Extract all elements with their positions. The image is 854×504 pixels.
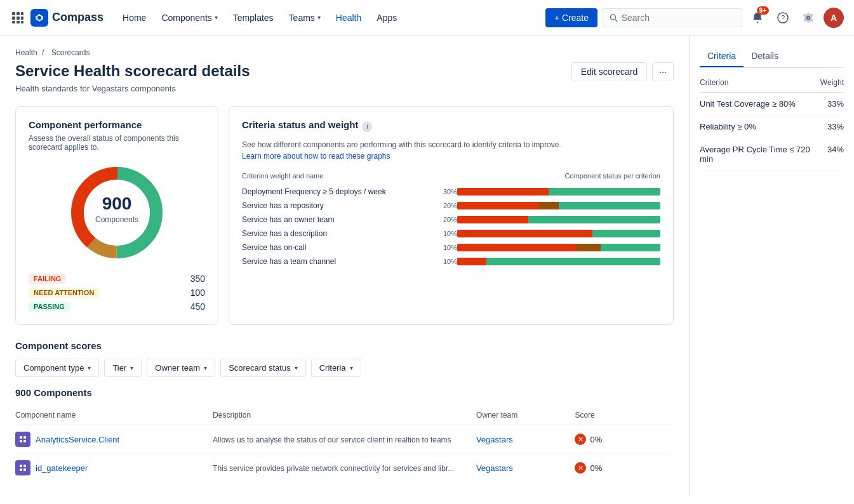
filter-component-type[interactable]: Component type ▾: [15, 359, 99, 377]
list-item: Average PR Cycle Time ≤ 720 min 34%: [700, 138, 844, 171]
criteria-status-header: Criteria status and weight i: [242, 119, 660, 134]
criteria-learn-more-link[interactable]: Learn more about how to read these graph…: [242, 152, 390, 161]
criterion-weight: 34%: [827, 145, 844, 164]
bar-pct: 20%: [443, 213, 457, 227]
filter-owner-team[interactable]: Owner team ▾: [147, 359, 215, 377]
page-subtitle: Health standards for Vegastars component…: [15, 84, 674, 93]
list-item: Unit Test Coverage ≥ 80% 33%: [700, 93, 844, 116]
bar-seg-pass: [486, 258, 660, 265]
svg-rect-24: [20, 468, 22, 471]
svg-text:?: ?: [781, 14, 785, 22]
weight-col-label: Weight: [820, 78, 844, 87]
comp-name-link[interactable]: id_gatekeeper: [36, 463, 88, 473]
nav-teams[interactable]: Teams ▾: [283, 9, 327, 27]
search-icon: [610, 13, 618, 22]
bar-viz: [457, 213, 660, 227]
bar-pct: 20%: [443, 199, 457, 213]
breadcrumb: Health / Scorecards: [15, 48, 674, 57]
filter-criteria[interactable]: Criteria ▾: [311, 359, 361, 377]
bar-col-criterion: Criterion weight and name: [242, 172, 443, 185]
avatar[interactable]: A: [824, 8, 844, 28]
table-row: AnalyticsService.Client Allows us to ana…: [15, 425, 674, 454]
comp-team-link[interactable]: Vegastars: [476, 435, 513, 444]
criterion-name: Average PR Cycle Time ≤ 720 min: [700, 145, 827, 164]
tab-criteria[interactable]: Criteria: [700, 46, 744, 67]
create-button[interactable]: + Create: [545, 8, 597, 27]
stacked-bar: [457, 188, 660, 196]
donut-chart: 900 Components: [29, 162, 205, 263]
svg-rect-3: [12, 17, 15, 20]
bar-viz: [457, 255, 660, 269]
score-value: 0%: [590, 435, 602, 444]
page-title: Service Health scorecard details: [15, 62, 571, 80]
svg-rect-21: [23, 440, 26, 442]
breadcrumb-parent[interactable]: Health: [15, 48, 37, 57]
main-content: Health / Scorecards Service Health score…: [0, 36, 854, 495]
comp-team-link[interactable]: Vegastars: [476, 463, 513, 473]
stacked-bar: [457, 244, 660, 251]
nav-templates[interactable]: Templates: [227, 9, 280, 27]
nav-health[interactable]: Health: [330, 9, 368, 27]
passing-legend: PASSING 450: [29, 302, 205, 312]
help-button[interactable]: ?: [773, 8, 793, 28]
bar-viz: [457, 199, 660, 213]
notifications-button[interactable]: 9+: [747, 8, 768, 28]
passing-badge: PASSING: [29, 302, 70, 312]
criteria-table-header: Criterion Weight: [700, 78, 844, 93]
nav-apps[interactable]: Apps: [370, 9, 403, 27]
svg-rect-23: [23, 465, 26, 467]
score-cell: ✕ 0%: [575, 434, 674, 445]
settings-button[interactable]: [798, 8, 818, 28]
filter-tier[interactable]: Tier ▾: [104, 359, 142, 377]
tab-details[interactable]: Details: [744, 46, 786, 67]
bar-seg-pass: [592, 230, 660, 237]
svg-rect-25: [23, 468, 26, 471]
notification-badge: 9+: [757, 6, 769, 15]
nav-right-actions: 9+ ? A: [603, 8, 844, 28]
criteria-status-title: Criteria status and weight: [242, 119, 358, 130]
components-chevron: ▾: [215, 14, 218, 21]
col-desc: Description: [213, 406, 476, 425]
svg-rect-20: [20, 440, 22, 442]
performance-legend: FAILING 350 NEED ATTENTION 100 PASSING 4…: [29, 274, 205, 312]
comp-name-cell: AnalyticsService.Client: [15, 432, 213, 447]
bar-label: Service has on-call: [242, 241, 443, 255]
logo[interactable]: Compass: [30, 9, 103, 27]
comp-name-link[interactable]: AnalyticsService.Client: [36, 435, 119, 444]
grid-icon[interactable]: [10, 10, 25, 25]
edit-scorecard-button[interactable]: Edit scorecard: [571, 62, 647, 81]
attention-legend: NEED ATTENTION 100: [29, 288, 205, 298]
breadcrumb-current: Scorecards: [51, 48, 90, 57]
bar-label: Service has a team channel: [242, 255, 443, 269]
bar-pct: 10%: [443, 227, 457, 241]
nav-items: Home Components ▾ Templates Teams ▾ Heal…: [116, 9, 540, 27]
col-name: Component name: [15, 406, 213, 425]
comp-icon: [15, 432, 30, 447]
table-row: id_gatekeeper This service provides priv…: [15, 454, 674, 482]
search-input[interactable]: [622, 13, 735, 23]
info-icon[interactable]: i: [362, 122, 372, 132]
bar-viz: [457, 185, 660, 199]
passing-count: 450: [190, 302, 205, 312]
svg-rect-7: [17, 21, 20, 23]
nav-components[interactable]: Components ▾: [155, 9, 224, 27]
criterion-name: Unit Test Coverage ≥ 80%: [700, 99, 827, 109]
right-tabs: Criteria Details: [700, 46, 844, 68]
bar-row: Service has a description 10%: [242, 227, 660, 241]
criterion-name: Reliability ≥ 0%: [700, 122, 827, 131]
nav-home[interactable]: Home: [116, 9, 152, 27]
bar-row: Service has a repository 20%: [242, 199, 660, 213]
bar-label: Deployment Frequency ≥ 5 deploys / week: [242, 185, 443, 199]
col-owner-team: Owner team: [476, 406, 575, 425]
bar-seg-fail: [457, 216, 528, 223]
filter-scorecard-status[interactable]: Scorecard status ▾: [220, 359, 306, 377]
search-box[interactable]: [603, 8, 742, 27]
svg-line-11: [615, 19, 617, 21]
bar-label: Service has a description: [242, 227, 443, 241]
criteria-status-card: Criteria status and weight i See how dif…: [229, 106, 674, 325]
stacked-bar: [457, 230, 660, 237]
cards-row: Component performance Assess the overall…: [15, 106, 674, 325]
comp-name-cell: id_gatekeeper: [15, 460, 213, 475]
bar-pct: 10%: [443, 241, 457, 255]
more-options-button[interactable]: ···: [652, 62, 674, 81]
